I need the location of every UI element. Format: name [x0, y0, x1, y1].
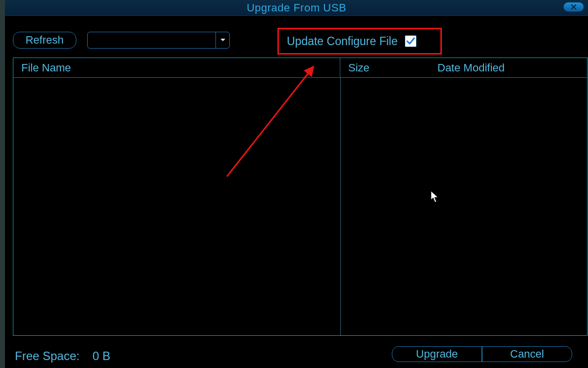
close-button[interactable]: [563, 2, 584, 12]
title-bar: Upgrade From USB: [5, 0, 588, 16]
footer-buttons: Upgrade Cancel: [392, 346, 572, 362]
cancel-button[interactable]: Cancel: [482, 346, 572, 362]
footer: Free Space: 0 B Upgrade Cancel: [13, 346, 585, 366]
column-divider: [340, 78, 341, 335]
file-dropdown[interactable]: [87, 32, 230, 49]
annotation-highlight: Update Configure File: [277, 28, 442, 55]
file-list-panel: File Name Size Date Modified: [13, 58, 588, 336]
refresh-button[interactable]: Refresh: [13, 32, 76, 49]
file-list-header: File Name Size Date Modified: [13, 58, 587, 78]
free-space-label: Free Space:: [15, 349, 80, 363]
update-configure-label: Update Configure File: [287, 35, 398, 48]
file-dropdown-value: [88, 32, 215, 48]
window-title: Upgrade From USB: [247, 1, 346, 14]
close-icon: [570, 3, 577, 10]
cursor-icon: [430, 190, 439, 205]
upgrade-button[interactable]: Upgrade: [392, 346, 482, 362]
chevron-down-icon: [215, 32, 229, 48]
free-space-value: 0 B: [93, 349, 110, 363]
check-icon: [406, 36, 416, 46]
column-header-date[interactable]: Date Modified: [429, 58, 587, 77]
dialog-body: Refresh Update Configure File File Name …: [10, 17, 588, 368]
file-list-body: [13, 78, 587, 335]
column-header-filename[interactable]: File Name: [13, 58, 340, 77]
update-configure-checkbox[interactable]: [405, 35, 417, 47]
column-header-size[interactable]: Size: [340, 58, 429, 77]
